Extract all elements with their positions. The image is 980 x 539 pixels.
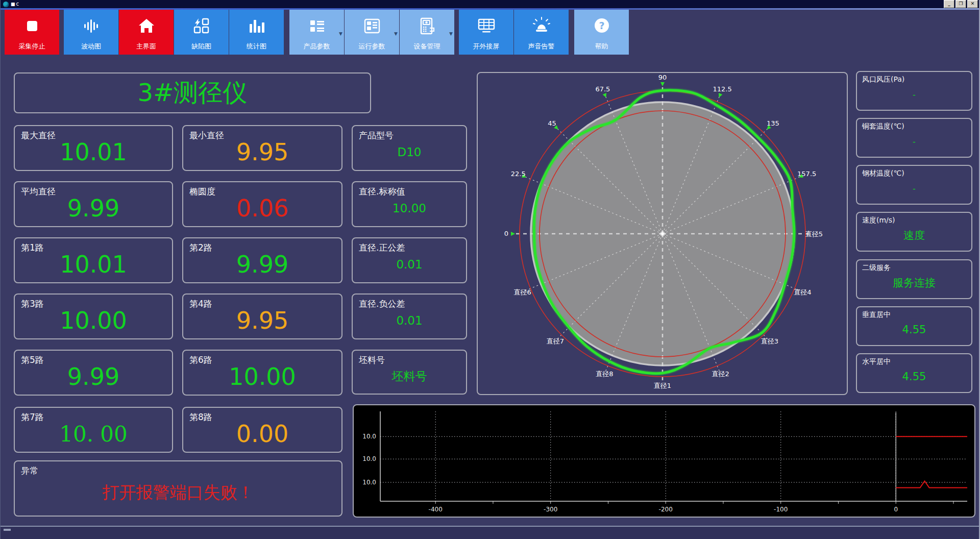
stat-channel-5: 第5路 9.99 (14, 350, 173, 396)
toolbar-button-device-manage[interactable]: 设备管理 ▼ (400, 10, 454, 55)
bar-chart-icon (229, 15, 284, 37)
svg-text:10.0: 10.0 (362, 479, 376, 486)
help-icon: ? (574, 15, 629, 37)
svg-text:10.0: 10.0 (362, 433, 376, 440)
stat-plus-tolerance: 直径.正公差 0.01 (352, 237, 467, 283)
toolbar-button-stop-acquisition[interactable]: 采集停止 (5, 10, 59, 55)
svg-text:直径1: 直径1 (654, 382, 671, 389)
sidebar-item-horizontal-center: 水平居中 4.55 (856, 353, 972, 393)
sidebar-value: - (857, 72, 971, 110)
svg-text:直径5: 直径5 (805, 230, 823, 238)
stat-value: 9.99 (183, 238, 341, 282)
chevron-down-icon: ▼ (394, 31, 398, 36)
siren-icon (514, 15, 569, 37)
stat-value: 0.01 (353, 238, 466, 282)
sidebar-value: - (857, 119, 971, 157)
stat-value: 0.06 (183, 182, 341, 226)
svg-text:直径8: 直径8 (596, 370, 613, 378)
stat-channel-8: 第8路 0.00 (182, 407, 342, 453)
app-icon (3, 2, 9, 7)
close-button[interactable]: ✕ (967, 0, 978, 8)
device-manage-icon (400, 15, 454, 37)
svg-text:112.5: 112.5 (713, 85, 731, 93)
svg-text:0: 0 (894, 506, 898, 513)
alarm-box: 异常 打开报警端口失败！ (14, 460, 342, 517)
app-window: ■ c _ ❐ ✕ 采集停止 波动图 (0, 0, 980, 539)
sidebar-value: 速度 (857, 213, 971, 251)
svg-text:22.5: 22.5 (511, 170, 526, 178)
toolbar-button-run-params[interactable]: 运行参数 ▼ (345, 10, 399, 55)
toolbar-button-help[interactable]: ? 帮助 (574, 10, 629, 55)
stat-min-diameter: 最小直径 9.95 (182, 125, 342, 171)
stat-value: 10.00 (15, 295, 172, 338)
stat-product-model: 产品型号 D10 (352, 125, 467, 171)
sidebar-item-sleeve-temp: 铜套温度(℃) - (856, 118, 972, 158)
home-icon (119, 15, 174, 37)
external-screen-icon (459, 15, 513, 37)
stat-value: 10.01 (15, 126, 172, 170)
svg-text:135: 135 (767, 119, 779, 127)
roundness-panel: 022.54567.590112.5135157.5直径5直径4直径3直径2直径… (477, 72, 848, 395)
stat-value: 坯料号 (353, 351, 466, 394)
page-title: 3#测径仪 (15, 74, 370, 112)
sidebar-item-speed: 速度(m/s) 速度 (856, 212, 972, 252)
status-notch (4, 529, 11, 531)
waveform-icon (64, 15, 118, 37)
stat-value: 0.00 (183, 408, 341, 452)
stat-value: 9.95 (183, 295, 341, 338)
svg-text:-100: -100 (774, 506, 788, 513)
sidebar-item-air-pressure: 风口风压(Pa) - (856, 71, 972, 111)
stat-nominal-diameter: 直径.标称值 10.00 (352, 181, 467, 227)
stat-billet-number: 坯料号 坯料号 (352, 350, 467, 395)
svg-text:-400: -400 (429, 506, 443, 513)
toolbar-button-sound-alarm[interactable]: 声音告警 (514, 10, 569, 55)
stop-icon (5, 15, 59, 37)
stat-channel-7: 第7路 10. 00 (14, 407, 173, 453)
status-bar (1, 526, 979, 539)
svg-text:直径2: 直径2 (712, 370, 729, 378)
toolbar: 采集停止 波动图 主界面 (1, 10, 979, 57)
title-badge: ■ (11, 2, 15, 7)
svg-text:0: 0 (504, 230, 508, 237)
stat-minus-tolerance: 直径.负公差 0.01 (352, 293, 467, 339)
svg-text:直径3: 直径3 (761, 337, 778, 345)
product-params-icon (289, 15, 344, 37)
minimize-button[interactable]: _ (944, 0, 954, 8)
sidebar-value: 4.55 (857, 307, 971, 345)
svg-text:157.5: 157.5 (797, 170, 816, 178)
defect-grid-icon (174, 15, 229, 37)
sidebar-value: 4.55 (857, 354, 971, 392)
toolbar-button-external-screen[interactable]: 开外接屏 (459, 10, 513, 55)
stat-max-diameter: 最大直径 10.01 (14, 125, 173, 171)
svg-text:直径4: 直径4 (794, 288, 811, 296)
trend-panel: 10.010.010.0-400-300-200-1000 (353, 404, 975, 518)
toolbar-button-main-screen[interactable]: 主界面 (119, 10, 174, 55)
svg-text:直径6: 直径6 (513, 288, 531, 296)
chevron-down-icon: ▼ (449, 31, 453, 36)
sidebar-item-level2-service: 二级服务 服务连接 (856, 259, 972, 299)
stat-value: 0.01 (353, 295, 466, 338)
sidebar-item-vertical-center: 垂直居中 4.55 (856, 306, 972, 346)
stat-value: 9.99 (15, 351, 172, 395)
svg-text:-200: -200 (659, 506, 673, 513)
stat-avg-diameter: 平均直径 9.99 (14, 181, 173, 227)
stat-ovality: 椭圆度 0.06 (182, 181, 342, 227)
stat-channel-3: 第3路 10.00 (14, 293, 173, 339)
svg-text:?: ? (599, 20, 604, 31)
toolbar-button-product-params[interactable]: 产品参数 ▼ (289, 10, 344, 55)
sidebar-value: - (857, 166, 971, 204)
title-bar: ■ c _ ❐ ✕ (1, 0, 979, 8)
restore-button[interactable]: ❐ (955, 0, 966, 8)
roundness-polar-chart: 022.54567.590112.5135157.5直径5直径4直径3直径2直径… (478, 73, 847, 394)
svg-text:直径7: 直径7 (547, 337, 564, 345)
toolbar-button-statistics-chart[interactable]: 统计图 (229, 10, 284, 55)
stat-value: 10.00 (353, 182, 466, 226)
sidebar-value: 服务连接 (857, 260, 971, 298)
toolbar-button-wave-chart[interactable]: 波动图 (64, 10, 118, 55)
stat-value: 9.95 (183, 126, 341, 170)
alarm-message: 打开报警端口失败！ (15, 461, 341, 516)
stat-value: 10.01 (15, 238, 172, 282)
diameter-trend-chart: 10.010.010.0-400-300-200-1000 (354, 405, 974, 517)
chevron-down-icon: ▼ (339, 31, 342, 36)
toolbar-button-defect-chart[interactable]: 缺陷图 (174, 10, 229, 55)
